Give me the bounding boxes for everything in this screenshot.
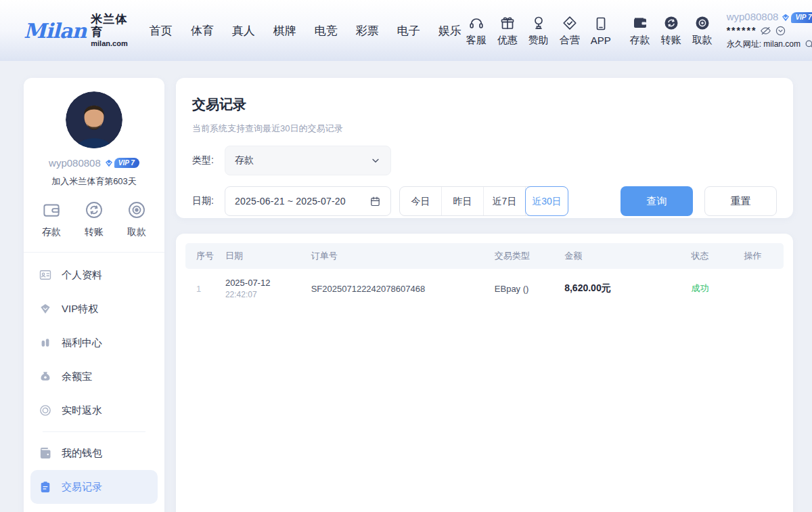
quicklink-promotions[interactable]: 优惠	[493, 15, 522, 47]
row-order-no: SF202507122242078607468	[311, 284, 495, 294]
vip-gem-glyph	[782, 14, 790, 22]
nav-sports[interactable]: 体育	[191, 23, 214, 39]
sidebar-withdraw-label: 取款	[127, 226, 146, 238]
range-7d[interactable]: 近7日	[484, 187, 526, 215]
row-datetime: 2025-07-12 22:42:07	[225, 278, 311, 299]
search-button[interactable]: 查询	[621, 186, 693, 216]
date-filter-row: 日期: 2025-06-21 ~ 2025-07-20 今日 昨日 近7日 近3…	[192, 186, 777, 216]
quicklink-partner[interactable]: 合营	[555, 15, 585, 47]
logo[interactable]: Milan 米兰体育 milan.com	[24, 14, 128, 47]
sidebar-item-transactions-label: 交易记录	[62, 481, 102, 494]
sidebar-item-wallet[interactable]: 我的钱包	[30, 436, 158, 470]
header-withdraw[interactable]: 取款	[687, 15, 717, 47]
trophy-icon	[531, 15, 547, 31]
join-days-text: 加入米兰体育第603天	[24, 175, 164, 188]
date-label: 日期:	[192, 195, 225, 207]
eye-slash-icon[interactable]	[760, 25, 771, 37]
sidebar-transfer[interactable]: 转账	[84, 200, 104, 238]
sidebar-item-wallet-label: 我的钱包	[62, 447, 102, 460]
type-filter-row: 类型: 存款	[192, 146, 777, 175]
chevron-down-icon	[370, 155, 381, 166]
quicklink-service[interactable]: 客服	[461, 15, 491, 47]
transfer-outline-icon	[84, 200, 104, 220]
top-header: Milan 米兰体育 milan.com 首页 体育 真人 棋牌 电竞 彩票 电…	[0, 0, 812, 61]
range-yesterday[interactable]: 昨日	[442, 187, 484, 215]
moneybag-icon	[39, 370, 52, 383]
reset-button[interactable]: 重置	[704, 186, 777, 216]
rebate-icon	[39, 404, 52, 417]
sidebar-deposit-label: 存款	[42, 226, 61, 238]
date-range-input[interactable]: 2025-06-21 ~ 2025-07-20	[225, 186, 391, 216]
nav-live-casino[interactable]: 真人	[232, 23, 255, 39]
nav-chess[interactable]: 棋牌	[273, 23, 296, 39]
sidebar-menu: 个人资料 VIP特权 福利中心 余额宝 实时返水	[24, 253, 164, 504]
header-transfer[interactable]: 转账	[656, 15, 686, 47]
quicklink-sponsor[interactable]: 赞助	[524, 15, 554, 47]
nav-entertainment[interactable]: 娱乐	[438, 23, 461, 39]
header-deposit[interactable]: 存款	[625, 15, 655, 47]
nav-slots[interactable]: 电子	[397, 23, 420, 39]
col-status: 状态	[691, 250, 744, 262]
row-type: EBpay ()	[495, 284, 564, 294]
idcard-icon	[39, 268, 52, 282]
quicklink-app[interactable]: APP	[586, 16, 616, 46]
row-status: 成功	[691, 282, 744, 295]
sidebar-item-profile-label: 个人资料	[62, 269, 102, 282]
range-today[interactable]: 今日	[400, 187, 442, 215]
nav-home[interactable]: 首页	[150, 23, 173, 39]
headset-icon	[468, 15, 484, 31]
col-action: 操作	[744, 250, 784, 262]
wallet-outline-icon	[41, 200, 62, 220]
sidebar-withdraw[interactable]: 取款	[127, 200, 147, 238]
sidebar-item-rebate-label: 实时返水	[62, 404, 102, 417]
header-deposit-label: 存款	[630, 34, 650, 47]
sidebar-item-yuebao[interactable]: 余额宝	[30, 360, 158, 393]
sidebar-item-rebate[interactable]: 实时返水	[30, 393, 158, 427]
main-nav: 首页 体育 真人 棋牌 电竞 彩票 电子 娱乐	[150, 23, 461, 39]
row-date: 2025-07-12	[225, 278, 311, 288]
filters-card: 交易记录 当前系统支持查询最近30日的交易记录 类型: 存款 日期: 2025-…	[176, 78, 793, 218]
sidebar-deposit[interactable]: 存款	[41, 200, 62, 238]
page-title: 交易记录	[192, 95, 777, 114]
header-wallet-group: 存款 转账 取款	[625, 15, 717, 47]
sidebar-item-profile[interactable]: 个人资料	[30, 258, 158, 292]
header-username[interactable]: wyp080808	[727, 11, 779, 24]
sidebar-quick-actions: 存款 转账 取款	[24, 188, 164, 253]
row-seq: 1	[196, 284, 225, 294]
sidebar-username: wyp080808	[49, 157, 101, 169]
wallet2-icon	[39, 446, 52, 460]
sidebar-item-vip[interactable]: VIP特权	[30, 292, 158, 326]
sidebar: wyp080808 VIP 7 加入米兰体育第603天 存款 转账 取款	[24, 78, 164, 512]
vip-badge: VIP 7	[782, 12, 812, 24]
nav-esports[interactable]: 电竞	[315, 23, 338, 39]
chevron-circle-icon[interactable]	[775, 25, 786, 37]
sidebar-item-benefits[interactable]: 福利中心	[30, 326, 158, 360]
transfer-icon	[663, 15, 679, 31]
search-icon[interactable]	[804, 39, 812, 50]
quicklink-partner-label: 合营	[560, 34, 580, 47]
masked-balance: ******	[727, 25, 757, 37]
sidebar-item-transactions[interactable]: 交易记录	[30, 470, 158, 504]
table-header: 序号 日期 订单号 交易类型 金额 状态 操作	[185, 243, 784, 269]
sidebar-avatar[interactable]	[66, 91, 122, 148]
range-30d[interactable]: 近30日	[525, 186, 568, 216]
filter-buttons: 查询 重置	[621, 186, 777, 216]
sidebar-vip-badge: VIP 7	[105, 158, 139, 168]
handshake-icon	[562, 15, 578, 31]
type-select[interactable]: 存款	[225, 146, 391, 175]
quicklink-sponsor-label: 赞助	[528, 34, 549, 47]
permanent-url: 永久网址: milan.com	[727, 39, 800, 49]
col-amount: 金额	[564, 250, 691, 262]
page-subtitle: 当前系统支持查询最近30日的交易记录	[192, 123, 777, 135]
quick-range-group: 今日 昨日 近7日 近30日	[399, 186, 568, 216]
col-seq: 序号	[196, 250, 225, 262]
sidebar-item-benefits-label: 福利中心	[62, 337, 102, 349]
nav-lottery[interactable]: 彩票	[356, 23, 379, 39]
quicklink-service-label: 客服	[466, 34, 487, 47]
logo-domain-text: milan.com	[91, 39, 127, 47]
col-type: 交易类型	[495, 250, 564, 262]
sidebar-item-vip-label: VIP特权	[62, 303, 98, 316]
vip-gem-icon	[39, 302, 52, 316]
withdraw-icon	[694, 15, 710, 31]
logo-cn-text: 米兰体育	[91, 14, 127, 39]
